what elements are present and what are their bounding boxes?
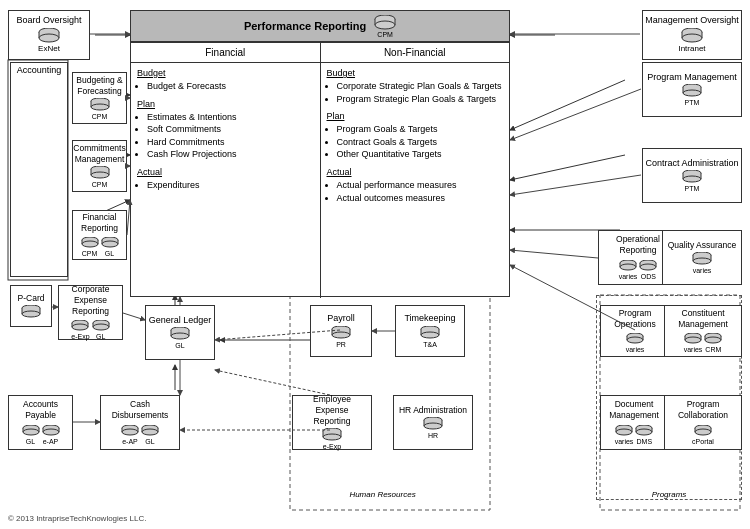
ca-db-label: PTM xyxy=(685,184,700,193)
financial-budget-list: Budget & Forecasts xyxy=(137,80,314,93)
employee-expense-box: EmployeeExpenseReporting e-Exp xyxy=(292,395,372,450)
svg-point-33 xyxy=(91,104,109,110)
program-mgmt-box: Program Management PTM xyxy=(642,62,742,117)
col-nonfinancial: Non-Financial xyxy=(321,43,510,62)
corp-expense-box: CorporateExpenseReporting e-Exp GL xyxy=(58,285,123,340)
svg-point-98 xyxy=(421,332,439,338)
human-resources-label: Human Resources xyxy=(292,490,473,499)
qa-db: varies xyxy=(692,252,712,275)
general-ledger-box: General Ledger GL xyxy=(145,305,215,360)
mgmt-oversight-label: Management Oversight xyxy=(645,15,739,27)
payroll-db-label: PR xyxy=(336,340,346,349)
board-oversight-label: Board Oversight xyxy=(16,15,81,27)
svg-point-123 xyxy=(620,264,636,270)
svg-line-6 xyxy=(510,80,625,130)
document-mgmt-box: Document Management varies DMS xyxy=(600,395,668,450)
pc-db1: cPortal xyxy=(692,437,714,446)
svg-line-170 xyxy=(510,175,641,195)
financial-plan: Plan Estimates & Intentions Soft Commitm… xyxy=(137,99,314,161)
budgeting-db: CPM xyxy=(90,98,110,121)
financial-plan-title: Plan xyxy=(137,99,314,109)
commitments-db-label: CPM xyxy=(92,180,108,189)
financial-actual-title: Actual xyxy=(137,167,314,177)
or-db1: varies xyxy=(619,272,638,281)
hr-admin-label: HR Administration xyxy=(399,405,467,416)
dm-db1: varies xyxy=(615,437,634,446)
svg-line-174 xyxy=(123,313,145,320)
perf-reporting-box: Financial Non-Financial Budget Budget & … xyxy=(130,42,510,297)
constituent-mgmt-label: Constituent Management xyxy=(665,308,741,330)
svg-point-163 xyxy=(695,429,711,435)
svg-point-153 xyxy=(616,429,632,435)
nf-budget-list: Corporate Strategic Plan Goals & Targets… xyxy=(327,80,504,105)
ce-db1: e-Exp xyxy=(71,332,89,341)
financial-actual-list: Expenditures xyxy=(137,179,314,192)
svg-point-113 xyxy=(683,90,701,96)
hr-db-label: HR xyxy=(428,431,438,440)
ee-db: e-Exp xyxy=(322,428,342,451)
qa-db-label: varies xyxy=(693,266,712,275)
po-dbs: varies xyxy=(626,332,645,354)
pm-db: PTM xyxy=(682,84,702,107)
commitments-box: CommitmentsManagement CPM xyxy=(72,140,127,192)
board-db: ExNet xyxy=(38,28,60,54)
budgeting-label: Budgeting &Forecasting xyxy=(76,75,122,97)
programs-label: Programs xyxy=(596,490,742,499)
quality-assurance-box: Quality Assurance varies xyxy=(662,230,742,285)
fr-db2: GL xyxy=(105,249,114,258)
corp-expense-dbs: e-Exp GL xyxy=(71,319,109,341)
quality-assurance-label: Quality Assurance xyxy=(668,240,737,251)
financial-budget: Budget Budget & Forecasts xyxy=(137,68,314,93)
svg-point-18 xyxy=(39,34,59,42)
perf-content: Budget Budget & Forecasts Plan Estimates… xyxy=(131,63,509,298)
or-dbs: varies ODS xyxy=(619,259,658,281)
svg-point-48 xyxy=(102,241,118,247)
svg-point-23 xyxy=(375,21,395,29)
cm-db1: varies xyxy=(684,345,703,354)
nf-plan-list: Program Goals & Targets Contract Goals &… xyxy=(327,123,504,161)
svg-point-53 xyxy=(22,311,40,317)
svg-point-143 xyxy=(685,337,701,343)
contract-admin-label: Contract Administration xyxy=(645,158,738,170)
fr-db1: CPM xyxy=(82,249,98,258)
svg-point-58 xyxy=(72,324,88,330)
intranet-label: Intranet xyxy=(678,44,705,54)
svg-line-171 xyxy=(510,250,598,258)
svg-point-88 xyxy=(142,429,158,435)
mgmt-db: Intranet xyxy=(678,28,705,54)
timekeeping-db-label: T&A xyxy=(423,340,437,349)
col-financial: Financial xyxy=(131,43,321,62)
diagram: { "title": "Performance Reporting Diagra… xyxy=(0,0,750,529)
nf-actual: Actual Actual performance measures Actua… xyxy=(327,167,504,204)
nf-budget-title: Budget xyxy=(327,68,504,78)
ap-dbs: GL e-AP xyxy=(22,424,60,446)
corp-expense-label: CorporateExpenseReporting xyxy=(72,284,110,317)
cd-db2: GL xyxy=(145,437,154,446)
dm-db2: DMS xyxy=(637,437,653,446)
ce-db2: GL xyxy=(96,332,105,341)
budgeting-db-label: CPM xyxy=(92,112,108,121)
financial-budget-title: Budget xyxy=(137,68,314,78)
accounts-payable-box: Accounts Payable GL e-AP xyxy=(8,395,73,450)
svg-point-148 xyxy=(705,337,721,343)
financial-reporting-box: FinancialReporting CPM GL xyxy=(72,210,127,260)
cash-disbursements-label: Cash Disbursements xyxy=(101,399,179,421)
financial-reporting-dbs: CPM GL xyxy=(81,236,119,258)
constituent-mgmt-box: Constituent Management varies CRM xyxy=(664,305,742,357)
timekeeping-db: T&A xyxy=(420,326,440,349)
svg-point-43 xyxy=(82,241,98,247)
cm-dbs: varies CRM xyxy=(684,332,723,354)
dm-dbs: varies DMS xyxy=(615,424,654,446)
program-collab-box: Program Collaboration cPortal xyxy=(664,395,742,450)
timekeeping-box: Timekeeping T&A xyxy=(395,305,465,357)
cash-disbursements-box: Cash Disbursements e-AP GL xyxy=(100,395,180,450)
pcards-label: P-Card xyxy=(18,293,45,304)
employee-expense-label: EmployeeExpenseReporting xyxy=(313,394,351,427)
general-ledger-label: General Ledger xyxy=(149,315,212,327)
accounting-region: Accounting xyxy=(10,62,68,277)
nf-actual-list: Actual performance measures Actual outco… xyxy=(327,179,504,204)
budgeting-box: Budgeting &Forecasting CPM xyxy=(72,72,127,124)
commitments-db: CPM xyxy=(90,166,110,189)
svg-point-108 xyxy=(424,423,442,429)
financial-actual: Actual Expenditures xyxy=(137,167,314,192)
